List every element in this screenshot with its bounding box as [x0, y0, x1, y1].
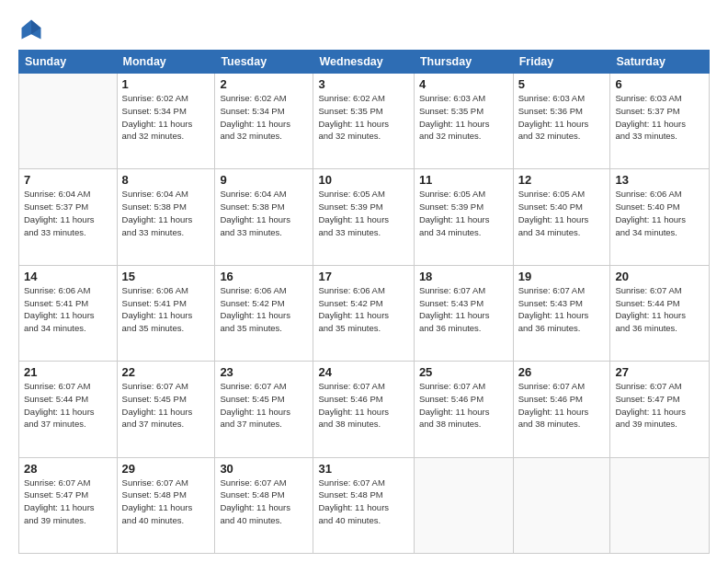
day-info: Sunrise: 6:07 AMSunset: 5:47 PMDaylight:…	[615, 380, 704, 431]
day-cell: 6Sunrise: 6:03 AMSunset: 5:37 PMDaylight…	[610, 74, 710, 169]
day-info: Sunrise: 6:07 AMSunset: 5:48 PMDaylight:…	[318, 477, 408, 527]
day-info: Sunrise: 6:07 AMSunset: 5:46 PMDaylight:…	[419, 380, 508, 431]
day-cell: 11Sunrise: 6:05 AMSunset: 5:39 PMDayligh…	[414, 169, 513, 265]
day-info: Sunrise: 6:07 AMSunset: 5:46 PMDaylight:…	[318, 380, 408, 431]
day-number: 14	[24, 270, 112, 283]
day-number: 28	[24, 462, 112, 476]
day-number: 25	[419, 365, 508, 379]
day-cell: 17Sunrise: 6:06 AMSunset: 5:42 PMDayligh…	[313, 265, 414, 361]
day-number: 1	[122, 77, 210, 91]
day-info: Sunrise: 6:07 AMSunset: 5:48 PMDaylight:…	[220, 477, 308, 527]
day-info: Sunrise: 6:07 AMSunset: 5:44 PMDaylight:…	[24, 380, 112, 431]
day-number: 3	[318, 77, 408, 91]
day-info: Sunrise: 6:06 AMSunset: 5:42 PMDaylight:…	[318, 284, 408, 335]
day-cell: 2Sunrise: 6:02 AMSunset: 5:34 PMDaylight…	[215, 74, 313, 169]
day-number: 5	[518, 77, 606, 91]
day-number: 12	[518, 173, 606, 187]
day-cell: 29Sunrise: 6:07 AMSunset: 5:48 PMDayligh…	[117, 457, 215, 553]
calendar-table: SundayMondayTuesdayWednesdayThursdayFrid…	[18, 50, 710, 554]
day-cell: 7Sunrise: 6:04 AMSunset: 5:37 PMDaylight…	[19, 169, 118, 265]
day-number: 8	[122, 173, 210, 187]
day-cell: 27Sunrise: 6:07 AMSunset: 5:47 PMDayligh…	[610, 362, 710, 457]
day-info: Sunrise: 6:07 AMSunset: 5:43 PMDaylight:…	[419, 284, 508, 335]
day-number: 21	[24, 365, 112, 379]
day-number: 24	[318, 365, 408, 379]
day-info: Sunrise: 6:04 AMSunset: 5:37 PMDaylight:…	[24, 188, 112, 238]
weekday-wednesday: Wednesday	[313, 51, 414, 74]
day-number: 17	[318, 270, 408, 283]
day-number: 27	[615, 365, 704, 379]
day-number: 9	[220, 173, 308, 187]
weekday-saturday: Saturday	[610, 51, 710, 74]
day-info: Sunrise: 6:05 AMSunset: 5:40 PMDaylight:…	[518, 188, 606, 238]
day-number: 19	[518, 270, 606, 283]
day-number: 10	[318, 173, 408, 187]
week-row-1: 1Sunrise: 6:02 AMSunset: 5:34 PMDaylight…	[19, 74, 710, 169]
day-cell: 18Sunrise: 6:07 AMSunset: 5:43 PMDayligh…	[414, 265, 513, 361]
day-cell: 28Sunrise: 6:07 AMSunset: 5:47 PMDayligh…	[19, 457, 118, 553]
day-info: Sunrise: 6:06 AMSunset: 5:42 PMDaylight:…	[220, 284, 308, 335]
day-info: Sunrise: 6:02 AMSunset: 5:34 PMDaylight:…	[220, 92, 308, 143]
day-cell: 26Sunrise: 6:07 AMSunset: 5:46 PMDayligh…	[513, 362, 610, 457]
day-info: Sunrise: 6:06 AMSunset: 5:40 PMDaylight:…	[615, 188, 704, 238]
day-number: 18	[419, 270, 508, 283]
weekday-friday: Friday	[513, 51, 610, 74]
day-number: 6	[615, 77, 704, 91]
day-number: 13	[615, 173, 704, 187]
weekday-sunday: Sunday	[19, 51, 118, 74]
day-cell	[513, 457, 610, 553]
day-cell: 22Sunrise: 6:07 AMSunset: 5:45 PMDayligh…	[117, 362, 215, 457]
weekday-thursday: Thursday	[414, 51, 513, 74]
day-number: 16	[220, 270, 308, 283]
week-row-3: 14Sunrise: 6:06 AMSunset: 5:41 PMDayligh…	[19, 265, 710, 361]
day-cell: 10Sunrise: 6:05 AMSunset: 5:39 PMDayligh…	[313, 169, 414, 265]
logo-icon	[18, 17, 44, 42]
day-cell: 24Sunrise: 6:07 AMSunset: 5:46 PMDayligh…	[313, 362, 414, 457]
day-info: Sunrise: 6:07 AMSunset: 5:44 PMDaylight:…	[615, 284, 704, 335]
day-cell: 16Sunrise: 6:06 AMSunset: 5:42 PMDayligh…	[215, 265, 313, 361]
day-number: 11	[419, 173, 508, 187]
day-info: Sunrise: 6:07 AMSunset: 5:47 PMDaylight:…	[24, 477, 112, 527]
weekday-tuesday: Tuesday	[215, 51, 313, 74]
day-number: 7	[24, 173, 112, 187]
day-info: Sunrise: 6:03 AMSunset: 5:35 PMDaylight:…	[419, 92, 508, 143]
day-number: 29	[122, 462, 210, 476]
day-cell	[414, 457, 513, 553]
day-cell: 23Sunrise: 6:07 AMSunset: 5:45 PMDayligh…	[215, 362, 313, 457]
day-cell: 21Sunrise: 6:07 AMSunset: 5:44 PMDayligh…	[19, 362, 118, 457]
day-number: 22	[122, 365, 210, 379]
day-info: Sunrise: 6:04 AMSunset: 5:38 PMDaylight:…	[122, 188, 210, 238]
day-info: Sunrise: 6:07 AMSunset: 5:48 PMDaylight:…	[122, 477, 210, 527]
day-cell: 30Sunrise: 6:07 AMSunset: 5:48 PMDayligh…	[215, 457, 313, 553]
day-cell: 4Sunrise: 6:03 AMSunset: 5:35 PMDaylight…	[414, 74, 513, 169]
week-row-5: 28Sunrise: 6:07 AMSunset: 5:47 PMDayligh…	[19, 457, 710, 553]
week-row-4: 21Sunrise: 6:07 AMSunset: 5:44 PMDayligh…	[19, 362, 710, 457]
day-cell	[610, 457, 710, 553]
day-info: Sunrise: 6:06 AMSunset: 5:41 PMDaylight:…	[24, 284, 112, 335]
day-cell: 25Sunrise: 6:07 AMSunset: 5:46 PMDayligh…	[414, 362, 513, 457]
weekday-header-row: SundayMondayTuesdayWednesdayThursdayFrid…	[19, 51, 710, 74]
day-info: Sunrise: 6:07 AMSunset: 5:43 PMDaylight:…	[518, 284, 606, 335]
day-cell: 12Sunrise: 6:05 AMSunset: 5:40 PMDayligh…	[513, 169, 610, 265]
day-cell: 8Sunrise: 6:04 AMSunset: 5:38 PMDaylight…	[117, 169, 215, 265]
day-cell	[19, 74, 118, 169]
day-number: 4	[419, 77, 508, 91]
day-number: 30	[220, 462, 308, 476]
day-number: 26	[518, 365, 606, 379]
day-cell: 19Sunrise: 6:07 AMSunset: 5:43 PMDayligh…	[513, 265, 610, 361]
day-cell: 3Sunrise: 6:02 AMSunset: 5:35 PMDaylight…	[313, 74, 414, 169]
day-info: Sunrise: 6:07 AMSunset: 5:46 PMDaylight:…	[518, 380, 606, 431]
day-cell: 1Sunrise: 6:02 AMSunset: 5:34 PMDaylight…	[117, 74, 215, 169]
day-info: Sunrise: 6:05 AMSunset: 5:39 PMDaylight:…	[419, 188, 508, 238]
page: SundayMondayTuesdayWednesdayThursdayFrid…	[0, 0, 728, 563]
day-info: Sunrise: 6:03 AMSunset: 5:37 PMDaylight:…	[615, 92, 704, 143]
day-cell: 13Sunrise: 6:06 AMSunset: 5:40 PMDayligh…	[610, 169, 710, 265]
day-number: 15	[122, 270, 210, 283]
logo	[18, 17, 48, 42]
day-info: Sunrise: 6:06 AMSunset: 5:41 PMDaylight:…	[122, 284, 210, 335]
day-cell: 20Sunrise: 6:07 AMSunset: 5:44 PMDayligh…	[610, 265, 710, 361]
day-info: Sunrise: 6:07 AMSunset: 5:45 PMDaylight:…	[122, 380, 210, 431]
header	[18, 17, 710, 42]
day-info: Sunrise: 6:04 AMSunset: 5:38 PMDaylight:…	[220, 188, 308, 238]
day-info: Sunrise: 6:07 AMSunset: 5:45 PMDaylight:…	[220, 380, 308, 431]
